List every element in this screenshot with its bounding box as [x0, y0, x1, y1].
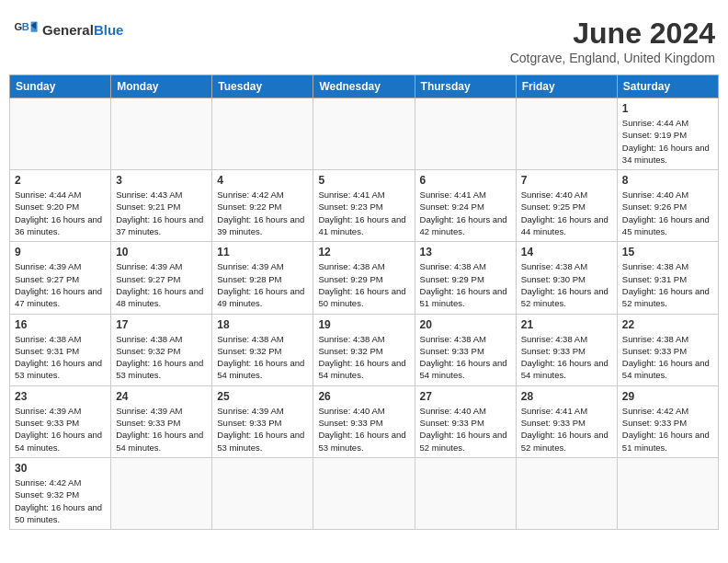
date-number: 8 — [622, 174, 713, 187]
date-number: 10 — [116, 246, 207, 259]
week-row-6: 30Sunrise: 4:42 AM Sunset: 9:32 PM Dayli… — [10, 457, 719, 529]
cal-cell: 27Sunrise: 4:40 AM Sunset: 9:33 PM Dayli… — [415, 385, 516, 457]
cal-cell — [617, 457, 718, 529]
cell-info: Sunrise: 4:41 AM Sunset: 9:33 PM Dayligh… — [521, 405, 612, 454]
svg-text:G: G — [14, 21, 22, 32]
date-number: 24 — [116, 390, 207, 403]
cell-info: Sunrise: 4:41 AM Sunset: 9:23 PM Dayligh… — [318, 189, 409, 237]
cell-info: Sunrise: 4:42 AM Sunset: 9:33 PM Dayligh… — [622, 405, 713, 454]
cell-info: Sunrise: 4:42 AM Sunset: 9:32 PM Dayligh… — [15, 477, 106, 525]
date-number: 25 — [217, 390, 308, 403]
cal-cell — [415, 457, 516, 529]
cell-info: Sunrise: 4:40 AM Sunset: 9:26 PM Dayligh… — [622, 189, 713, 237]
calendar-table: SundayMondayTuesdayWednesdayThursdayFrid… — [9, 75, 719, 530]
cal-cell: 14Sunrise: 4:38 AM Sunset: 9:30 PM Dayli… — [516, 242, 617, 314]
cal-cell: 1Sunrise: 4:44 AM Sunset: 9:19 PM Daylig… — [617, 98, 718, 170]
date-number: 6 — [420, 174, 511, 187]
week-row-5: 23Sunrise: 4:39 AM Sunset: 9:33 PM Dayli… — [10, 385, 719, 457]
date-number: 13 — [420, 246, 511, 259]
cell-info: Sunrise: 4:38 AM Sunset: 9:32 PM Dayligh… — [217, 333, 308, 382]
cal-cell: 25Sunrise: 4:39 AM Sunset: 9:33 PM Dayli… — [212, 385, 313, 457]
cell-info: Sunrise: 4:38 AM Sunset: 9:30 PM Dayligh… — [521, 260, 612, 309]
day-header-thursday: Thursday — [415, 75, 516, 98]
date-number: 20 — [420, 318, 511, 331]
cal-cell: 26Sunrise: 4:40 AM Sunset: 9:33 PM Dayli… — [313, 385, 415, 457]
title-block: June 2024 Cotgrave, England, United King… — [510, 17, 715, 65]
date-number: 27 — [420, 390, 511, 403]
date-number: 1 — [622, 102, 713, 115]
cell-info: Sunrise: 4:40 AM Sunset: 9:25 PM Dayligh… — [521, 189, 612, 237]
logo: G B GeneralBlue — [13, 17, 123, 42]
cal-cell: 28Sunrise: 4:41 AM Sunset: 9:33 PM Dayli… — [516, 385, 617, 457]
cell-info: Sunrise: 4:38 AM Sunset: 9:32 PM Dayligh… — [116, 333, 207, 382]
date-number: 28 — [521, 390, 612, 403]
cal-cell: 12Sunrise: 4:38 AM Sunset: 9:29 PM Dayli… — [313, 242, 415, 314]
date-number: 14 — [521, 246, 612, 259]
day-header-saturday: Saturday — [617, 75, 718, 98]
week-row-1: 1Sunrise: 4:44 AM Sunset: 9:19 PM Daylig… — [10, 98, 719, 170]
cal-cell: 13Sunrise: 4:38 AM Sunset: 9:29 PM Dayli… — [415, 242, 516, 314]
cell-info: Sunrise: 4:38 AM Sunset: 9:31 PM Dayligh… — [622, 260, 713, 309]
cal-cell: 11Sunrise: 4:39 AM Sunset: 9:28 PM Dayli… — [212, 242, 313, 314]
date-number: 9 — [15, 246, 106, 259]
cell-info: Sunrise: 4:39 AM Sunset: 9:27 PM Dayligh… — [116, 260, 207, 309]
cell-info: Sunrise: 4:38 AM Sunset: 9:29 PM Dayligh… — [318, 260, 409, 309]
cal-cell: 30Sunrise: 4:42 AM Sunset: 9:32 PM Dayli… — [10, 457, 111, 529]
cal-cell — [111, 457, 212, 529]
cal-cell — [516, 457, 617, 529]
day-header-monday: Monday — [111, 75, 212, 98]
cal-cell: 9Sunrise: 4:39 AM Sunset: 9:27 PM Daylig… — [10, 242, 111, 314]
cal-cell: 29Sunrise: 4:42 AM Sunset: 9:33 PM Dayli… — [617, 385, 718, 457]
cal-cell — [415, 98, 516, 170]
date-number: 4 — [217, 174, 308, 187]
day-header-sunday: Sunday — [10, 75, 111, 98]
cell-info: Sunrise: 4:39 AM Sunset: 9:33 PM Dayligh… — [217, 405, 308, 454]
date-number: 18 — [217, 318, 308, 331]
svg-text:B: B — [22, 21, 29, 32]
cal-cell — [212, 98, 313, 170]
cal-cell: 16Sunrise: 4:38 AM Sunset: 9:31 PM Dayli… — [10, 314, 111, 385]
week-row-2: 2Sunrise: 4:44 AM Sunset: 9:20 PM Daylig… — [10, 170, 719, 242]
cal-cell — [313, 457, 415, 529]
cal-cell — [111, 98, 212, 170]
cell-info: Sunrise: 4:42 AM Sunset: 9:22 PM Dayligh… — [217, 189, 308, 237]
date-number: 26 — [318, 390, 409, 403]
cell-info: Sunrise: 4:44 AM Sunset: 9:19 PM Dayligh… — [622, 117, 713, 166]
day-header-tuesday: Tuesday — [212, 75, 313, 98]
date-number: 23 — [15, 390, 106, 403]
date-number: 17 — [116, 318, 207, 331]
logo-icon: G B — [13, 17, 39, 42]
date-number: 21 — [521, 318, 612, 331]
cal-cell: 8Sunrise: 4:40 AM Sunset: 9:26 PM Daylig… — [617, 170, 718, 242]
week-row-3: 9Sunrise: 4:39 AM Sunset: 9:27 PM Daylig… — [10, 242, 719, 314]
date-number: 29 — [622, 390, 713, 403]
month-title: June 2024 — [510, 17, 715, 51]
date-number: 2 — [15, 174, 106, 187]
cell-info: Sunrise: 4:40 AM Sunset: 9:33 PM Dayligh… — [318, 405, 409, 454]
week-row-4: 16Sunrise: 4:38 AM Sunset: 9:31 PM Dayli… — [10, 314, 719, 385]
cal-cell: 20Sunrise: 4:38 AM Sunset: 9:33 PM Dayli… — [415, 314, 516, 385]
cell-info: Sunrise: 4:39 AM Sunset: 9:33 PM Dayligh… — [116, 405, 207, 454]
day-header-friday: Friday — [516, 75, 617, 98]
cell-info: Sunrise: 4:39 AM Sunset: 9:28 PM Dayligh… — [217, 260, 308, 309]
cell-info: Sunrise: 4:38 AM Sunset: 9:31 PM Dayligh… — [15, 333, 106, 382]
date-number: 22 — [622, 318, 713, 331]
cell-info: Sunrise: 4:40 AM Sunset: 9:33 PM Dayligh… — [420, 405, 511, 454]
cal-cell: 6Sunrise: 4:41 AM Sunset: 9:24 PM Daylig… — [415, 170, 516, 242]
cal-cell: 23Sunrise: 4:39 AM Sunset: 9:33 PM Dayli… — [10, 385, 111, 457]
logo-text: GeneralBlue — [42, 22, 123, 38]
cal-cell — [516, 98, 617, 170]
cell-info: Sunrise: 4:38 AM Sunset: 9:33 PM Dayligh… — [622, 333, 713, 382]
cal-cell: 21Sunrise: 4:38 AM Sunset: 9:33 PM Dayli… — [516, 314, 617, 385]
cal-cell: 22Sunrise: 4:38 AM Sunset: 9:33 PM Dayli… — [617, 314, 718, 385]
cal-cell: 3Sunrise: 4:43 AM Sunset: 9:21 PM Daylig… — [111, 170, 212, 242]
cal-cell: 7Sunrise: 4:40 AM Sunset: 9:25 PM Daylig… — [516, 170, 617, 242]
cal-cell: 15Sunrise: 4:38 AM Sunset: 9:31 PM Dayli… — [617, 242, 718, 314]
cal-cell — [212, 457, 313, 529]
cal-cell: 5Sunrise: 4:41 AM Sunset: 9:23 PM Daylig… — [313, 170, 415, 242]
cal-cell: 2Sunrise: 4:44 AM Sunset: 9:20 PM Daylig… — [10, 170, 111, 242]
cal-cell: 24Sunrise: 4:39 AM Sunset: 9:33 PM Dayli… — [111, 385, 212, 457]
cell-info: Sunrise: 4:44 AM Sunset: 9:20 PM Dayligh… — [15, 189, 106, 237]
cell-info: Sunrise: 4:43 AM Sunset: 9:21 PM Dayligh… — [116, 189, 207, 237]
cell-info: Sunrise: 4:38 AM Sunset: 9:33 PM Dayligh… — [521, 333, 612, 382]
